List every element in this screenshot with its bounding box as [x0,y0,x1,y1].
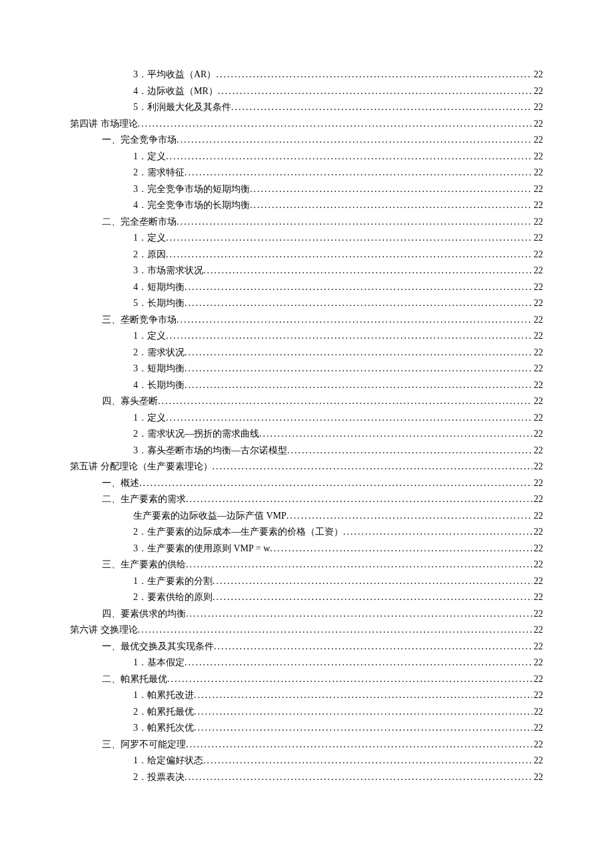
toc-entry[interactable]: 2．要素供给的原则22 [70,589,543,606]
toc-leader-dots [185,655,532,671]
toc-entry[interactable]: 1．生产要素的分割22 [70,573,543,590]
toc-entry-page: 22 [532,247,543,263]
toc-entry-page: 22 [532,197,543,214]
toc-leader-dots [185,345,532,361]
toc-entry-label: 第四讲 市场理论 [70,116,138,133]
toc-entry-page: 22 [532,704,543,721]
toc-entry[interactable]: 一、概述22 [70,475,543,492]
toc-entry-page: 22 [532,263,543,279]
toc-leader-dots [166,247,532,263]
toc-leader-dots [177,214,532,231]
toc-entry[interactable]: 3．市场需求状况22 [70,263,543,279]
toc-entry-page: 22 [532,426,543,443]
toc-entry[interactable]: 2．投票表决22 [70,769,543,786]
toc-entry-label: 2．生产要素的边际成本—生产要素的价格（工资） [133,524,343,541]
toc-entry-label: 第六讲 交换理论 [70,622,138,639]
toc-entry[interactable]: 1．定义22 [70,149,543,165]
toc-entry[interactable]: 1．给定偏好状态22 [70,753,543,769]
toc-entry-label: 2．需求状况—拐折的需求曲线 [133,426,259,443]
toc-entry[interactable]: 一、最优交换及其实现条件22 [70,639,543,655]
toc-entry[interactable]: 二、完全垄断市场22 [70,214,543,231]
toc-entry-page: 22 [532,671,543,688]
toc-entry[interactable]: 5．长期均衡22 [70,295,543,312]
toc-leader-dots [194,687,532,704]
toc-entry-label: 2．帕累托最优 [133,704,194,721]
toc-entry[interactable]: 1．定义22 [70,230,543,247]
toc-entry-label: 一、完全竞争市场 [102,132,177,149]
toc-entry[interactable]: 三、阿罗不可能定理22 [70,737,543,753]
toc-entry[interactable]: 三、垄断竞争市场22 [70,312,543,329]
toc-leader-dots [185,361,532,377]
toc-leader-dots [166,230,532,247]
toc-entry[interactable]: 3．短期均衡22 [70,361,543,377]
toc-entry-label: 第五讲 分配理论（生产要素理论） [70,459,213,475]
toc-entry-label: 四、寡头垄断 [102,393,158,410]
toc-leader-dots [231,99,532,116]
toc-entry-page: 22 [532,410,543,427]
toc-entry[interactable]: 2．需求特征22 [70,165,543,181]
toc-leader-dots [158,393,532,410]
toc-entry-page: 22 [532,312,543,329]
toc-entry-label: 1．定义 [133,149,166,165]
toc-entry[interactable]: 2．需求状况22 [70,345,543,361]
toc-entry[interactable]: 5．利润最大化及其条件22 [70,99,543,116]
toc-entry[interactable]: 三、生产要素的供给22 [70,557,543,573]
toc-entry[interactable]: 3．寡头垄断市场的均衡—古尔诺模型22 [70,443,543,459]
toc-entry[interactable]: 1．基本假定22 [70,655,543,671]
toc-entry[interactable]: 1．帕累托改进22 [70,687,543,704]
toc-leader-dots [287,443,532,459]
toc-entry[interactable]: 4．完全竞争市场的长期均衡22 [70,197,543,214]
toc-entry-page: 22 [532,508,543,525]
toc-entry[interactable]: 3．帕累托次优22 [70,720,543,737]
toc-leader-dots [167,671,532,688]
toc-entry-page: 22 [532,295,543,312]
toc-entry[interactable]: 生产要素的边际收益—边际产值 VMP22 [70,508,543,525]
toc-leader-dots [218,83,532,100]
toc-entry-label: 3．寡头垄断市场的均衡—古尔诺模型 [133,443,287,459]
toc-leader-dots [138,622,533,639]
toc-entry[interactable]: 第六讲 交换理论22 [70,622,543,639]
toc-entry-page: 22 [532,541,543,557]
toc-entry-label: 4．短期均衡 [133,279,185,296]
toc-entry-page: 22 [532,279,543,296]
toc-entry[interactable]: 4．短期均衡22 [70,279,543,296]
toc-leader-dots [343,524,532,541]
page-container: 3．平均收益（AR）224．边际收益（MR）225．利润最大化及其条件22第四讲… [0,0,613,868]
toc-entry[interactable]: 1．定义22 [70,328,543,345]
toc-entry[interactable]: 2．需求状况—拐折的需求曲线22 [70,426,543,443]
toc-entry[interactable]: 3．完全竞争市场的短期均衡22 [70,181,543,198]
toc-entry[interactable]: 四、要素供求的均衡22 [70,606,543,623]
toc-leader-dots [194,720,532,737]
toc-entry[interactable]: 一、完全竞争市场22 [70,132,543,149]
toc-entry-label: 3．平均收益（AR） [133,67,216,83]
toc-entry[interactable]: 1．定义22 [70,410,543,427]
toc-entry-page: 22 [532,687,543,704]
toc-entry-page: 22 [532,99,543,116]
toc-leader-dots [166,328,532,345]
toc-entry-page: 22 [532,230,543,247]
toc-entry-page: 22 [532,328,543,345]
toc-entry[interactable]: 二、帕累托最优22 [70,671,543,688]
toc-entry-page: 22 [532,753,543,769]
toc-entry[interactable]: 4．边际收益（MR）22 [70,83,543,100]
toc-entry-label: 1．定义 [133,410,166,427]
toc-leader-dots [177,132,532,149]
toc-entry-label: 3．生产要素的使用原则 VMP = w [133,541,270,557]
toc-entry[interactable]: 2．原因22 [70,247,543,263]
toc-entry-label: 一、概述 [102,475,139,492]
toc-leader-dots [139,475,532,492]
toc-entry[interactable]: 3．生产要素的使用原则 VMP = w22 [70,541,543,557]
toc-entry[interactable]: 3．平均收益（AR）22 [70,67,543,83]
toc-entry-label: 三、阿罗不可能定理 [102,737,186,753]
toc-entry[interactable]: 二、生产要素的需求22 [70,491,543,508]
toc-leader-dots [259,426,532,443]
toc-entry[interactable]: 2．帕累托最优22 [70,704,543,721]
toc-leader-dots [185,165,532,181]
toc-entry-label: 1．基本假定 [133,655,185,671]
toc-leader-dots [177,312,532,329]
toc-entry[interactable]: 四、寡头垄断22 [70,393,543,410]
toc-entry[interactable]: 4．长期均衡22 [70,377,543,394]
toc-entry[interactable]: 2．生产要素的边际成本—生产要素的价格（工资）22 [70,524,543,541]
toc-entry[interactable]: 第五讲 分配理论（生产要素理论）22 [70,459,543,475]
toc-entry[interactable]: 第四讲 市场理论22 [70,116,543,133]
